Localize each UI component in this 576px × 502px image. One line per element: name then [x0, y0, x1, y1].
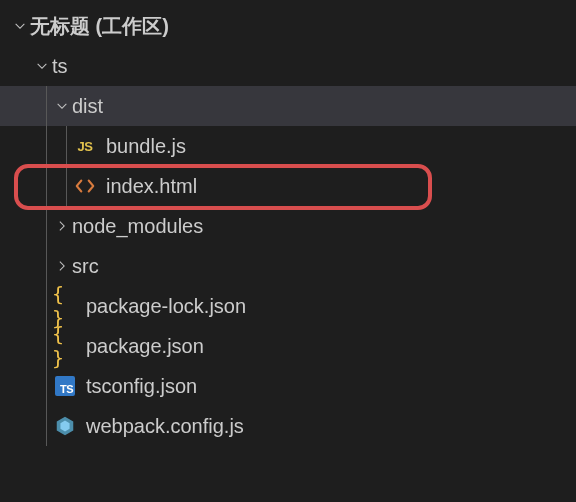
webpack-icon: [52, 413, 78, 439]
indent-guide: [46, 126, 47, 166]
file-label: webpack.config.js: [86, 415, 244, 438]
indent-guide: [46, 286, 47, 326]
indent-guide: [46, 246, 47, 286]
folder-ts[interactable]: ts: [0, 46, 576, 86]
chevron-down-icon: [10, 16, 30, 36]
folder-label: node_modules: [72, 215, 203, 238]
json-icon: { }: [52, 333, 78, 359]
indent-guide: [46, 86, 47, 126]
file-label: index.html: [106, 175, 197, 198]
indent-guide: [46, 406, 47, 446]
file-package-json[interactable]: { } package.json: [0, 326, 576, 366]
indent-guide: [66, 166, 67, 206]
html-icon: [72, 173, 98, 199]
indent-guide: [46, 206, 47, 246]
workspace-root[interactable]: 无标题 (工作区): [0, 6, 576, 46]
chevron-right-icon: [52, 256, 72, 276]
folder-label: dist: [72, 95, 103, 118]
folder-node-modules[interactable]: node_modules: [0, 206, 576, 246]
workspace-root-label: 无标题 (工作区): [30, 13, 169, 40]
javascript-icon: JS: [72, 133, 98, 159]
file-label: bundle.js: [106, 135, 186, 158]
chevron-down-icon: [52, 96, 72, 116]
typescript-icon: TS: [52, 373, 78, 399]
folder-label: ts: [52, 55, 68, 78]
file-index-html[interactable]: index.html: [0, 166, 576, 206]
indent-guide: [46, 166, 47, 206]
file-label: package-lock.json: [86, 295, 246, 318]
indent-guide: [66, 126, 67, 166]
indent-guide: [46, 366, 47, 406]
chevron-down-icon: [32, 56, 52, 76]
file-package-lock-json[interactable]: { } package-lock.json: [0, 286, 576, 326]
file-tsconfig-json[interactable]: TS tsconfig.json: [0, 366, 576, 406]
folder-dist[interactable]: dist: [0, 86, 576, 126]
indent-guide: [46, 326, 47, 366]
file-bundle-js[interactable]: JS bundle.js: [0, 126, 576, 166]
folder-src[interactable]: src: [0, 246, 576, 286]
json-icon: { }: [52, 293, 78, 319]
chevron-right-icon: [52, 216, 72, 236]
file-webpack-config[interactable]: webpack.config.js: [0, 406, 576, 446]
folder-label: src: [72, 255, 99, 278]
file-label: package.json: [86, 335, 204, 358]
file-explorer-tree: 无标题 (工作区) ts dist JS bundle.js index.htm…: [0, 0, 576, 446]
file-label: tsconfig.json: [86, 375, 197, 398]
